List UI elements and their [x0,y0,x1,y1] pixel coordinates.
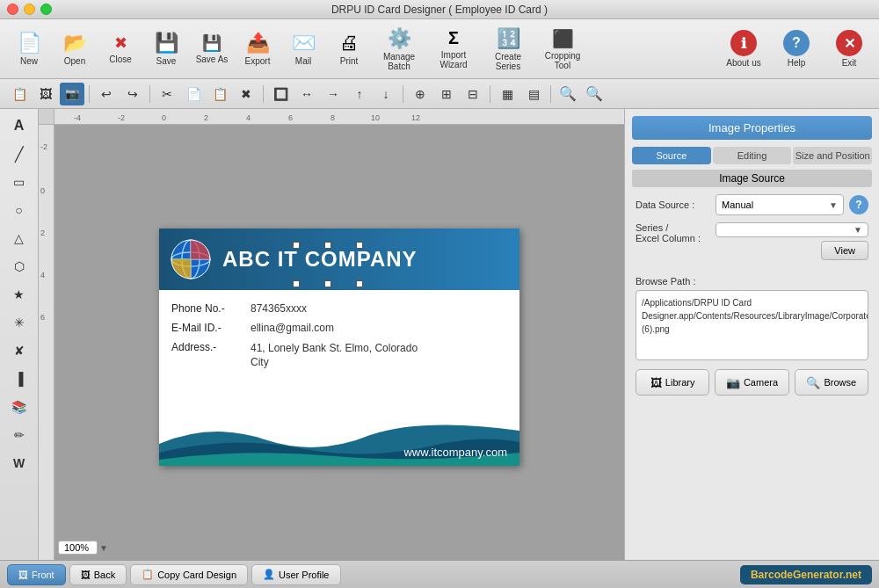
tb2-move-left-icon[interactable]: ↔ [294,83,319,105]
open-button[interactable]: 📂 Open [53,23,97,76]
user-profile-button[interactable]: 👤 User Profile [251,564,340,585]
tb2-cut-icon[interactable]: ✂ [155,83,179,105]
maximize-traffic-light[interactable] [40,4,52,15]
canvas-area: -4 -2 0 2 4 6 8 10 12 -2 0 2 4 6 [39,109,624,560]
cropping-tool-icon: ⬛ [552,28,574,49]
import-wizard-icon: Σ [448,28,459,48]
help-button[interactable]: ? Help [774,23,819,76]
tb2-image-icon[interactable]: 🖼 [33,83,58,105]
tool-polygon[interactable]: ⬡ [4,253,34,279]
import-wizard-button[interactable]: Σ Import Wizard [427,23,480,76]
cropping-tool-label: Cropping Tool [538,51,587,70]
tool-line[interactable]: ╱ [4,141,34,167]
front-button[interactable]: 🖼 Front [7,564,66,585]
email-value: ellina@gmail.com [251,322,334,334]
toolbar2-separator-5 [490,85,490,103]
series-label: Series / Excel Column : [636,222,710,243]
tb2-clipboard-icon[interactable]: 📋 [7,83,32,105]
tool-shape[interactable]: ▐ [4,366,34,392]
tab-editing[interactable]: Editing [713,147,792,164]
zoom-dropdown-arrow[interactable]: ▼ [99,543,108,553]
zoom-value[interactable]: 100% [58,541,98,555]
mail-button[interactable]: ✉️ Mail [281,23,325,76]
ruler-mark: 12 [411,113,420,122]
view-button[interactable]: View [821,241,868,260]
browse-icon: 🔍 [806,376,820,389]
library-button[interactable]: 🖼 Library [636,369,709,396]
tab-size-position[interactable]: Size and Position [793,147,872,164]
tb2-move-down-icon[interactable]: ↓ [374,83,398,105]
manage-batch-button[interactable]: ⚙️ Manage Batch [373,23,425,76]
tool-w[interactable]: W [4,450,34,476]
tb2-redo-icon[interactable]: ↪ [120,83,145,105]
tb2-delete-icon[interactable]: ✖ [234,83,258,105]
new-label: New [20,56,38,66]
tb2-move-right-icon[interactable]: → [321,83,345,105]
tool-text[interactable]: A [4,113,34,139]
mail-icon: ✉️ [292,32,316,54]
close-icon: ✖ [114,33,127,53]
new-button[interactable]: 📄 New [7,23,51,76]
tb2-zoom-in-icon[interactable]: 🔍 [556,83,580,105]
tb2-move-up-icon[interactable]: ↑ [347,83,372,105]
print-icon: 🖨 [339,32,359,54]
tool-asterisk[interactable]: ✳ [4,309,34,336]
tool-cross[interactable]: ✘ [4,338,34,364]
tb2-expand-icon[interactable]: ⊞ [434,83,459,105]
help-icon[interactable]: ? [849,195,868,214]
exit-button[interactable]: ✕ Exit [826,23,872,76]
canvas-container[interactable]: -2 0 2 4 6 [39,125,624,560]
save-button[interactable]: 💾 Save [144,23,188,76]
tool-rectangle[interactable]: ▭ [4,169,34,195]
brand-label: BarcodeGenerator.net [751,569,861,581]
print-button[interactable]: 🖨 Print [327,23,371,76]
minimize-traffic-light[interactable] [24,4,35,15]
save-as-label: Save As [196,54,229,64]
tb2-paste-icon[interactable]: 📋 [207,83,232,105]
tab-source[interactable]: Source [632,147,711,164]
tb2-copy-icon[interactable]: 📄 [181,83,206,105]
tool-library[interactable]: 📚 [4,394,34,420]
tool-pen[interactable]: ✏ [4,422,34,448]
address-field: Address.- 41, Lonely Bank St. Elmo, Colo… [171,341,507,371]
copy-card-design-button[interactable]: 📋 Copy Card Design [130,564,248,585]
tb2-table-icon[interactable]: ▤ [521,83,546,105]
ruler-top: -4 -2 0 2 4 6 8 10 12 [39,109,624,125]
ruler-left: -2 0 2 4 6 [39,125,54,560]
card-canvas[interactable]: ABC IT COMPANY [159,229,519,466]
tb2-undo-icon[interactable]: ↩ [94,83,119,105]
create-series-icon: 🔢 [497,27,520,50]
data-source-dropdown[interactable]: Manual ▼ [716,194,844,215]
handle-tr [356,242,363,249]
tb2-select-icon[interactable]: 🔲 [268,83,293,105]
tb2-camera-icon[interactable]: 📷 [60,83,84,105]
tool-ellipse[interactable]: ○ [4,197,34,223]
camera-button[interactable]: 📷 Camera [715,369,788,396]
new-icon: 📄 [18,32,41,54]
close-traffic-light[interactable] [7,4,18,15]
user-profile-icon: 👤 [263,569,275,580]
browse-button[interactable]: 🔍 Browse [795,369,868,396]
tool-star[interactable]: ★ [4,281,34,308]
tb2-contract-icon[interactable]: ⊟ [461,83,485,105]
browse-path-label: Browse Path : [636,276,868,287]
data-source-value: Manual [722,200,753,210]
print-label: Print [340,56,359,66]
tb2-align-icon[interactable]: ⊕ [408,83,432,105]
data-source-label: Data Source : [636,200,710,210]
export-button[interactable]: 📤 Export [236,23,280,76]
selection-handles [293,242,363,287]
cropping-tool-button[interactable]: ⬛ Cropping Tool [536,23,589,76]
back-button[interactable]: 🖼 Back [69,564,127,585]
about-button[interactable]: ℹ About us [721,23,766,76]
save-as-button[interactable]: 💾 Save As [190,23,234,76]
close-button[interactable]: ✖ Close [98,23,142,76]
tb2-zoom-out-icon[interactable]: 🔍 [582,83,607,105]
phone-field: Phone No.- 874365xxxx [171,302,507,315]
help-icon: ? [783,30,810,56]
window-title: DRPU ID Card Designer ( Employee ID Card… [331,4,548,16]
tool-triangle[interactable]: △ [4,225,34,251]
series-dropdown[interactable]: ▼ [716,222,868,237]
create-series-button[interactable]: 🔢 Create Series [482,23,534,76]
tb2-grid-icon[interactable]: ▦ [495,83,519,105]
